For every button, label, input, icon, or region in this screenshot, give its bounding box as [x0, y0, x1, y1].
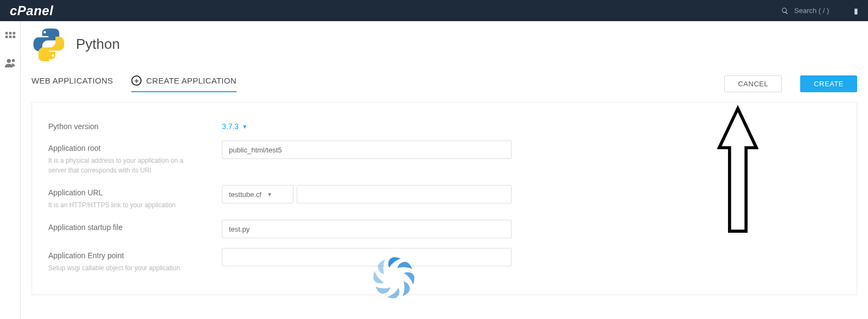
label-python-version: Python version [48, 122, 222, 131]
form-card: Python version 3.7.3 ▼ Application root … [31, 102, 857, 295]
svg-rect-2 [12, 32, 15, 35]
svg-rect-0 [5, 32, 8, 35]
search-wrap [781, 7, 854, 15]
row-app-url: Application URL It is an HTTP/HTTPS link… [48, 185, 660, 210]
user-menu-icon[interactable]: ▮ [854, 7, 861, 15]
hint-app-url: It is an HTTP/HTTPS link to your applica… [48, 200, 200, 210]
row-python-version: Python version 3.7.3 ▼ [48, 119, 660, 131]
row-entry-point: Application Entry point Setup wsgi calla… [48, 248, 660, 273]
svg-rect-5 [12, 36, 15, 39]
tab-create-application[interactable]: + CREATE APPLICATION [131, 75, 237, 92]
label-app-url: Application URL [48, 188, 222, 197]
search-input[interactable] [794, 7, 854, 15]
tab-label: WEB APPLICATIONS [31, 76, 113, 85]
svg-point-9 [52, 54, 54, 57]
url-path-input[interactable] [297, 185, 512, 203]
tab-label: CREATE APPLICATION [146, 76, 237, 85]
svg-point-6 [7, 59, 10, 63]
search-icon [781, 7, 789, 15]
topbar: cPanel ▮ [0, 0, 868, 21]
tabs-row: WEB APPLICATIONS + CREATE APPLICATION CA… [21, 65, 868, 92]
svg-point-8 [43, 31, 46, 34]
entry-point-input[interactable] [222, 248, 512, 266]
svg-rect-3 [5, 36, 8, 39]
create-button[interactable]: CREATE [800, 75, 857, 92]
label-app-root: Application root [48, 144, 222, 152]
chevron-down-icon: ▼ [242, 124, 247, 130]
app-root-input[interactable] [222, 141, 512, 159]
hint-app-root: It is a physical address to your applica… [48, 156, 200, 175]
hint-entry-point: Setup wsgi callable object for your appl… [48, 263, 200, 273]
row-app-root: Application root It is a physical addres… [48, 141, 660, 175]
svg-rect-1 [9, 32, 11, 35]
python-version-dropdown[interactable]: 3.7.3 ▼ [222, 119, 247, 131]
row-startup-file: Application startup file [48, 220, 660, 238]
domain-value: testtube.cf [229, 190, 261, 199]
startup-file-input[interactable] [222, 220, 512, 238]
label-startup-file: Application startup file [48, 223, 222, 232]
users-icon[interactable] [4, 57, 16, 69]
chevron-down-icon: ▼ [267, 192, 272, 197]
left-rail [0, 21, 21, 319]
grid-icon[interactable] [4, 31, 16, 43]
domain-select[interactable]: testtube.cf ▼ [222, 185, 293, 203]
cancel-button[interactable]: CANCEL [724, 75, 782, 92]
tab-web-applications[interactable]: WEB APPLICATIONS [31, 76, 113, 92]
python-version-value: 3.7.3 [222, 122, 239, 131]
logo-text: cPanel [10, 3, 53, 18]
main: Python WEB APPLICATIONS + CREATE APPLICA… [21, 21, 868, 319]
label-entry-point: Application Entry point [48, 251, 222, 260]
page-header: Python [21, 21, 868, 65]
page-title: Python [76, 36, 120, 53]
cpanel-logo[interactable]: cPanel [10, 4, 53, 17]
svg-point-7 [11, 59, 15, 62]
plus-icon: + [131, 75, 142, 86]
svg-rect-4 [9, 36, 11, 39]
python-icon [31, 27, 66, 61]
